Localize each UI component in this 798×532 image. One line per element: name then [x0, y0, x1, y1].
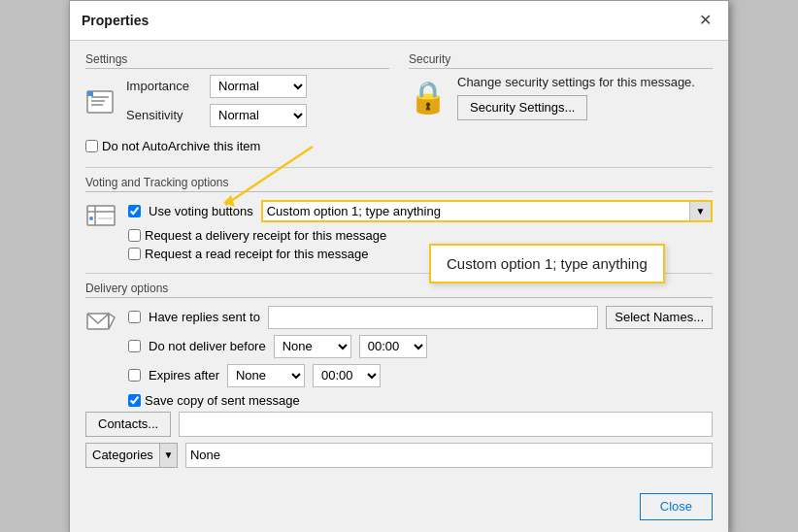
importance-fields: Importance Normal Sensitivity Normal	[126, 75, 307, 133]
settings-section: Settings Importance	[85, 52, 389, 157]
tooltip-text: Custom option 1; type anything	[447, 255, 648, 272]
read-receipt-checkbox[interactable]	[128, 248, 141, 260]
use-voting-label: Use voting buttons	[149, 204, 253, 218]
svg-rect-4	[87, 91, 93, 96]
lock-icon: 🔒	[409, 79, 448, 116]
categories-row: Categories ▼	[85, 443, 713, 468]
save-copy-label: Save copy of sent message	[145, 393, 300, 408]
do-not-deliver-label: Do not deliver before	[149, 339, 266, 353]
do-not-deliver-date-select[interactable]: None	[274, 335, 351, 358]
delivery-receipt-row: Request a delivery receipt for this mess…	[128, 228, 713, 243]
tooltip-box: Custom option 1; type anything	[429, 244, 665, 283]
reply-to-input[interactable]	[268, 306, 598, 329]
expires-after-checkbox[interactable]	[128, 369, 141, 382]
do-not-deliver-time-select[interactable]: 00:00	[359, 335, 427, 358]
expires-time-select[interactable]: 00:00	[313, 364, 381, 387]
expires-after-row: Expires after None 00:00	[128, 364, 713, 387]
categories-button[interactable]: Categories	[85, 443, 160, 468]
read-receipt-label: Request a read receipt for this message	[145, 247, 369, 261]
autoarchive-label: Do not AutoArchive this item	[102, 139, 260, 153]
svg-point-8	[89, 216, 93, 220]
footer: Close	[70, 485, 728, 532]
title-bar: Properties ✕	[70, 1, 728, 41]
sensitivity-label: Sensitivity	[126, 108, 204, 122]
voting-section-label: Voting and Tracking options	[85, 176, 713, 192]
contacts-button[interactable]: Contacts...	[85, 412, 171, 437]
security-content: 🔒 Change security settings for this mess…	[409, 75, 713, 120]
svg-marker-11	[109, 314, 115, 329]
close-button[interactable]: Close	[640, 493, 713, 520]
security-section-label: Security	[409, 52, 713, 69]
security-description: Change security settings for this messag…	[457, 75, 695, 89]
dialog-title: Properties	[82, 13, 149, 28]
do-not-deliver-row: Do not deliver before None 00:00	[128, 335, 713, 358]
autoarchive-row: Do not AutoArchive this item	[85, 139, 389, 153]
delivery-section: Delivery options Have replies sent to Se…	[85, 282, 713, 412]
use-voting-checkbox[interactable]	[128, 205, 141, 217]
use-voting-row: Use voting buttons ▼	[128, 200, 713, 222]
save-copy-row: Save copy of sent message	[128, 393, 713, 408]
autoarchive-checkbox[interactable]	[85, 140, 98, 152]
categories-btn-wrapper: Categories ▼	[85, 443, 178, 468]
contacts-input[interactable]	[179, 412, 713, 437]
security-section: Security 🔒 Change security settings for …	[409, 52, 713, 157]
expires-after-label: Expires after	[149, 368, 219, 382]
save-copy-checkbox[interactable]	[128, 394, 141, 407]
sensitivity-select[interactable]: Normal	[210, 104, 307, 127]
voting-input[interactable]	[263, 202, 711, 220]
sensitivity-field-row: Sensitivity Normal	[126, 104, 307, 127]
voting-icon	[85, 200, 116, 265]
delivery-section-label: Delivery options	[85, 282, 713, 298]
top-sections: Settings Importance	[85, 52, 713, 157]
delivery-receipt-label: Request a delivery receipt for this mess…	[145, 228, 386, 243]
delivery-receipt-checkbox[interactable]	[128, 229, 141, 242]
settings-section-label: Settings	[85, 52, 389, 69]
have-replies-row: Have replies sent to Select Names...	[128, 306, 713, 329]
categories-input[interactable]	[185, 443, 713, 468]
voting-combo-wrapper: ▼	[261, 200, 713, 222]
importance-row: Importance Normal Sensitivity Normal	[85, 75, 389, 133]
have-replies-checkbox[interactable]	[128, 311, 141, 323]
security-settings-button[interactable]: Security Settings...	[457, 95, 587, 120]
delivery-icon	[85, 306, 116, 412]
voting-dropdown-arrow[interactable]: ▼	[689, 202, 711, 220]
settings-icon	[85, 87, 115, 119]
select-names-button[interactable]: Select Names...	[606, 306, 713, 329]
delivery-fields: Have replies sent to Select Names... Do …	[128, 306, 713, 412]
title-close-button[interactable]: ✕	[693, 9, 716, 32]
svg-rect-5	[87, 206, 115, 225]
do-not-deliver-checkbox[interactable]	[128, 340, 141, 352]
importance-select[interactable]: Normal	[210, 75, 307, 98]
security-info: Change security settings for this messag…	[457, 75, 695, 120]
have-replies-label: Have replies sent to	[149, 310, 260, 324]
categories-dropdown-arrow[interactable]: ▼	[160, 443, 178, 468]
properties-dialog: Properties ✕ Settings	[69, 0, 729, 532]
expires-date-select[interactable]: None	[227, 364, 305, 387]
importance-label: Importance	[126, 79, 204, 93]
contacts-row: Contacts...	[85, 412, 713, 437]
importance-field-row: Importance Normal	[126, 75, 307, 98]
